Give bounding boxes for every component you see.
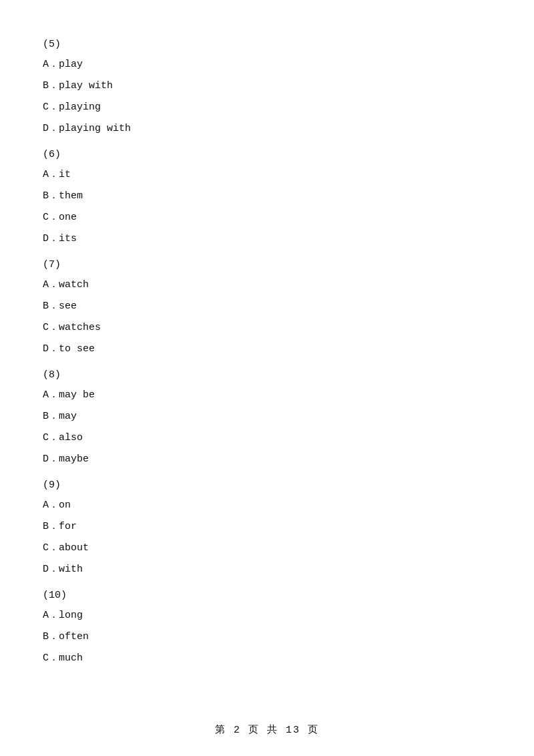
question-1-option-1: A．play	[40, 57, 494, 73]
question-3-option-3: C．watches	[40, 320, 494, 336]
question-6-option-2: B．often	[40, 629, 494, 645]
question-number-3: (7)	[40, 259, 494, 270]
question-number-1: (5)	[40, 39, 494, 50]
question-number-4: (8)	[40, 369, 494, 381]
question-2-option-3: C．one	[40, 210, 494, 226]
question-2-option-4: D．its	[40, 231, 494, 247]
question-3-option-2: B．see	[40, 299, 494, 315]
page-content: (5)A．playB．play withC．playingD．playing w…	[0, 0, 534, 712]
question-1-option-4: D．playing with	[40, 121, 494, 137]
footer-text: 第 2 页 共 13 页	[215, 725, 319, 736]
question-4-option-2: B．may	[40, 409, 494, 425]
question-4-option-4: D．maybe	[40, 451, 494, 467]
question-1-option-3: C．playing	[40, 100, 494, 116]
question-3-option-1: A．watch	[40, 277, 494, 293]
question-number-6: (10)	[40, 590, 494, 601]
question-2-option-1: A．it	[40, 167, 494, 183]
question-6-option-1: A．long	[40, 608, 494, 624]
question-5-option-3: C．about	[40, 540, 494, 556]
question-number-2: (6)	[40, 149, 494, 160]
question-4-option-3: C．also	[40, 430, 494, 446]
page-footer: 第 2 页 共 13 页	[0, 723, 534, 736]
question-4-option-1: A．may be	[40, 387, 494, 403]
question-1-option-2: B．play with	[40, 78, 494, 94]
question-6-option-3: C．much	[40, 650, 494, 667]
question-2-option-2: B．them	[40, 188, 494, 204]
question-5-option-1: A．on	[40, 498, 494, 514]
question-5-option-4: D．with	[40, 562, 494, 578]
question-number-5: (9)	[40, 480, 494, 491]
question-5-option-2: B．for	[40, 519, 494, 535]
question-3-option-4: D．to see	[40, 341, 494, 357]
